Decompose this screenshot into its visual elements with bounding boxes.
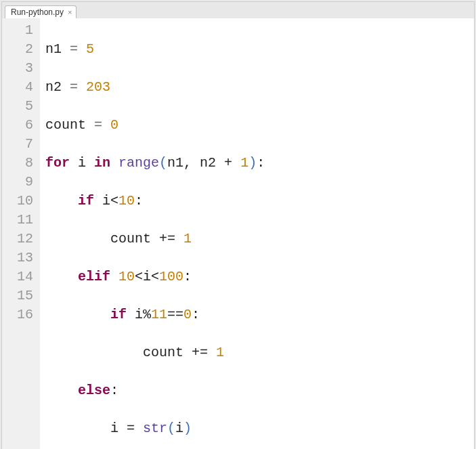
line-number: 10 xyxy=(6,192,33,211)
line-number: 6 xyxy=(6,116,33,135)
line-number: 3 xyxy=(6,59,33,78)
line-number: 16 xyxy=(6,305,33,324)
line-number: 13 xyxy=(6,249,33,268)
line-number-gutter: 1 2 3 4 5 6 7 8 9 10 11 12 13 14 15 16 xyxy=(2,18,40,449)
line-number: 2 xyxy=(6,40,33,59)
code-area[interactable]: 1 2 3 4 5 6 7 8 9 10 11 12 13 14 15 16 n… xyxy=(2,18,474,449)
line-number: 14 xyxy=(6,268,33,286)
code-text[interactable]: n1 = 5 n2 = 203 count = 0 for i in range… xyxy=(40,18,335,449)
line-number: 4 xyxy=(6,78,33,97)
editor-tab-label: Run-python.py xyxy=(11,7,64,17)
line-number: 8 xyxy=(6,154,33,173)
line-number: 7 xyxy=(6,135,33,154)
close-icon[interactable]: × xyxy=(68,8,72,16)
line-number: 5 xyxy=(6,97,33,116)
line-number: 15 xyxy=(6,286,33,305)
editor-tab[interactable]: Run-python.py × xyxy=(5,5,77,18)
line-number: 1 xyxy=(6,21,33,40)
line-number: 12 xyxy=(6,230,33,249)
line-number: 11 xyxy=(6,211,33,230)
editor-pane: Run-python.py × 1 2 3 4 5 6 7 8 9 10 11 … xyxy=(1,1,475,449)
line-number: 9 xyxy=(6,173,33,192)
editor-tab-bar: Run-python.py × xyxy=(2,2,474,18)
